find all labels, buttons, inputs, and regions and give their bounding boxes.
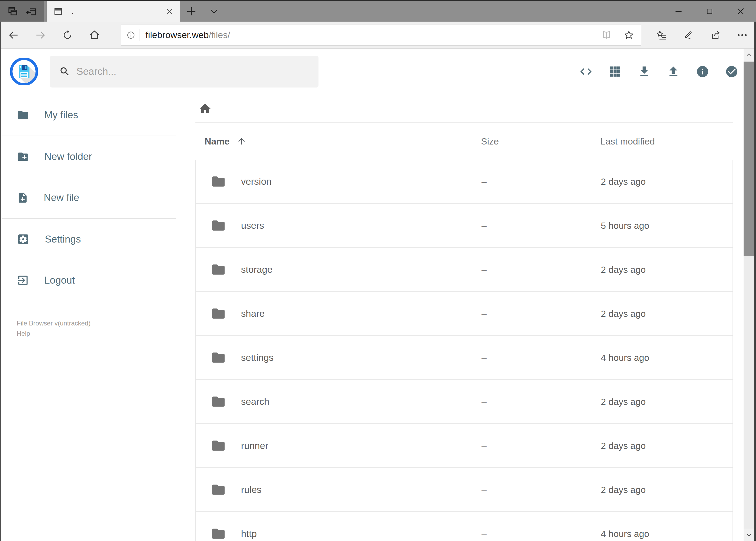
sidebar-item-logout[interactable]: Logout xyxy=(0,260,195,301)
page-icon xyxy=(53,6,64,16)
new-tab-button[interactable] xyxy=(180,1,203,22)
file-row[interactable]: version – 2 days ago xyxy=(196,160,732,203)
column-header-size[interactable]: Size xyxy=(481,136,499,147)
browser-tabstrip: . xyxy=(0,0,756,22)
folder-icon xyxy=(211,218,226,233)
file-modified: 4 hours ago xyxy=(601,352,649,363)
file-size: – xyxy=(481,221,487,231)
scroll-down-icon[interactable] xyxy=(744,529,754,541)
main-content: Name Size Last modified version – 2 days… xyxy=(195,95,733,541)
app-header xyxy=(0,49,756,95)
scroll-up-icon[interactable] xyxy=(744,49,754,61)
file-size: – xyxy=(481,485,487,495)
favorite-star-icon[interactable] xyxy=(624,30,634,41)
maximize-icon[interactable] xyxy=(694,1,725,22)
window-controls xyxy=(663,1,756,22)
tab-list-dropdown-icon[interactable] xyxy=(203,1,225,22)
set-tabs-aside-icon[interactable] xyxy=(25,5,37,17)
folder-icon xyxy=(211,394,226,409)
file-modified: 5 hours ago xyxy=(601,221,649,231)
folder-icon xyxy=(211,306,226,321)
address-separator xyxy=(139,29,140,41)
share-icon[interactable] xyxy=(702,29,729,41)
close-icon[interactable] xyxy=(725,1,756,22)
file-modified: 4 hours ago xyxy=(601,529,649,539)
file-plus-icon xyxy=(17,192,29,204)
sidebar: My files New folder New file Settings xyxy=(0,95,195,541)
site-info-icon[interactable] xyxy=(126,31,135,39)
browser-tab[interactable]: . xyxy=(47,1,180,22)
download-icon[interactable] xyxy=(637,65,651,78)
file-size: – xyxy=(481,265,487,275)
show-set-aside-tabs-icon[interactable] xyxy=(7,6,18,17)
page-scrollbar[interactable] xyxy=(744,49,754,541)
column-header-name[interactable]: Name xyxy=(205,136,246,147)
file-name: share xyxy=(241,308,265,319)
file-row[interactable]: share – 2 days ago xyxy=(196,292,732,335)
file-name: search xyxy=(241,396,269,407)
search-box[interactable] xyxy=(50,56,319,88)
search-input[interactable] xyxy=(76,66,292,77)
file-size: – xyxy=(481,176,487,187)
sort-ascending-icon xyxy=(237,136,246,146)
folder-icon xyxy=(17,109,29,121)
listing-header: Name Size Last modified xyxy=(195,123,733,160)
sidebar-item-settings[interactable]: Settings xyxy=(0,219,195,260)
sidebar-item-new-folder[interactable]: New folder xyxy=(0,136,195,177)
minimize-icon[interactable] xyxy=(663,1,694,22)
sidebar-item-my-files[interactable]: My files xyxy=(0,95,195,136)
file-modified: 2 days ago xyxy=(601,485,645,495)
app-version: File Browser v(untracked) xyxy=(17,318,195,328)
file-listing: version – 2 days ago users – 5 hours ago… xyxy=(195,160,733,541)
file-name: runner xyxy=(241,440,268,451)
reading-view-icon[interactable] xyxy=(601,30,612,40)
file-size: – xyxy=(481,308,487,319)
home-icon[interactable] xyxy=(81,30,108,41)
file-row[interactable]: users – 5 hours ago xyxy=(196,204,732,247)
file-row[interactable]: rules – 2 days ago xyxy=(196,468,732,511)
info-icon[interactable] xyxy=(696,65,709,78)
browser-navbar: filebrowser.web/files/ xyxy=(0,22,756,49)
code-icon[interactable] xyxy=(579,65,593,78)
file-modified: 2 days ago xyxy=(601,396,645,407)
forward-icon[interactable] xyxy=(27,30,54,41)
column-header-modified[interactable]: Last modified xyxy=(600,136,655,147)
file-name: settings xyxy=(241,352,274,363)
file-name: version xyxy=(241,176,272,187)
file-row[interactable]: settings – 4 hours ago xyxy=(196,336,732,379)
scrollbar-thumb[interactable] xyxy=(744,62,754,256)
address-bar[interactable]: filebrowser.web/files/ xyxy=(121,25,641,46)
help-link[interactable]: Help xyxy=(17,328,195,339)
sidebar-item-new-file[interactable]: New file xyxy=(0,177,195,218)
back-icon[interactable] xyxy=(0,30,27,41)
grid-view-icon[interactable] xyxy=(609,65,622,78)
tab-actions-left xyxy=(0,1,44,22)
more-icon[interactable] xyxy=(729,29,756,41)
folder-icon xyxy=(211,350,226,365)
folder-icon xyxy=(211,482,226,497)
annotate-pen-icon[interactable] xyxy=(675,29,702,41)
file-name: storage xyxy=(241,264,273,275)
file-size: – xyxy=(481,352,487,363)
file-name: users xyxy=(241,220,264,231)
refresh-icon[interactable] xyxy=(54,30,81,41)
tab-title: . xyxy=(72,7,74,16)
file-row[interactable]: runner – 2 days ago xyxy=(196,424,732,467)
check-circle-icon[interactable] xyxy=(725,65,738,78)
file-row[interactable]: storage – 2 days ago xyxy=(196,248,732,291)
file-size: – xyxy=(481,396,487,407)
file-name: http xyxy=(241,528,257,539)
file-row[interactable]: http – 4 hours ago xyxy=(196,512,732,541)
file-row[interactable]: search – 2 days ago xyxy=(196,380,732,423)
sidebar-item-label: Settings xyxy=(45,234,81,245)
url-text[interactable]: filebrowser.web/files/ xyxy=(145,30,230,40)
filebrowser-logo[interactable] xyxy=(10,58,38,85)
file-modified: 2 days ago xyxy=(601,440,645,451)
breadcrumb-home-icon[interactable] xyxy=(199,102,212,115)
file-name: rules xyxy=(241,484,262,495)
folder-plus-icon xyxy=(17,151,29,163)
tab-close-icon[interactable] xyxy=(165,7,173,15)
hub-icon[interactable] xyxy=(648,29,675,41)
folder-icon xyxy=(211,262,226,277)
upload-icon[interactable] xyxy=(667,65,680,78)
